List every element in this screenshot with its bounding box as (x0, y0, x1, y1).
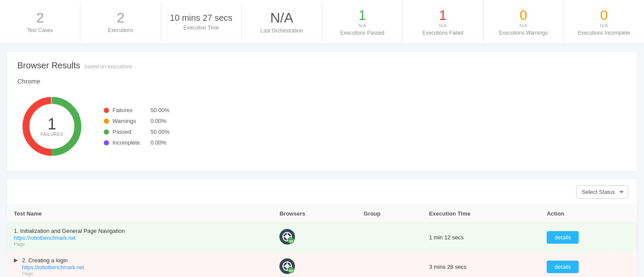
incomplete-dot (104, 140, 109, 145)
test-name-text: 1. Initialization and General Page Navig… (14, 228, 266, 234)
stat-executions-incomplete: 0 N/A Executions Incomplete (564, 0, 644, 44)
test-name-wrapper: 2. Creating a login https://robotbenchma… (22, 257, 84, 276)
browsers-cell: 85 (272, 252, 356, 277)
browser-results-subtitle: based on executions (85, 64, 132, 70)
failures-pct: 50.00% (151, 107, 170, 113)
stat-last-orchestration: N/A Last Orchestration (242, 2, 322, 42)
stat-executions-warnings: 0 N/A Executions Warnings (484, 0, 564, 44)
stat-test-cases: 2 Test Cases (0, 3, 80, 41)
test-name-text: 2. Creating a login (22, 257, 84, 264)
table-row: 1. Initialization and General Page Navig… (7, 222, 637, 252)
warnings-label: Warnings (112, 118, 147, 124)
executions-value: 2 (85, 10, 156, 26)
executions-failed-label: Executions Failed (407, 30, 478, 36)
stat-execution-time: 10 mins 27 secs Execution Time (161, 5, 242, 39)
results-table: Test Name Browsers Group Execution Time … (7, 205, 637, 277)
warnings-pct: 0.00% (151, 118, 167, 124)
test-type: Page (22, 271, 84, 276)
execution-time-value: 10 mins 27 secs (166, 13, 237, 23)
chart-section: 1 FAILURES Failures 50.00% Warnings 0.00… (17, 92, 627, 161)
browser-results-header: Browser Results based on executions (17, 61, 627, 71)
executions-passed-label: Executions Passed (327, 30, 398, 36)
last-orchestration-value: N/A (246, 10, 317, 26)
donut-chart: 1 FAILURES (17, 92, 87, 161)
test-cases-value: 2 (4, 10, 76, 26)
col-group: Group (357, 205, 422, 222)
incomplete-pct: 0.00% (151, 139, 167, 146)
table-toolbar: Select Status Passed Failed (7, 179, 637, 205)
details-button-2[interactable]: details (547, 261, 579, 273)
executions-warnings-sublabel: N/A (488, 23, 559, 28)
executions-label: Executions (85, 27, 156, 33)
table-header: Test Name Browsers Group Execution Time … (7, 205, 637, 222)
execution-time-cell: 1 min 12 secs (422, 222, 540, 252)
failures-dot (104, 108, 109, 113)
test-type: Page (14, 242, 266, 247)
svg-text:85: 85 (289, 239, 293, 243)
legend-item-warnings: Warnings 0.00% (104, 118, 170, 124)
test-url-link[interactable]: https://robotbenchmark.net (14, 235, 266, 241)
executions-incomplete-label: Executions Incomplete (568, 30, 640, 36)
browser-results-title-text: Browser Results (17, 61, 80, 71)
executions-incomplete-value: 0 (568, 8, 640, 23)
passed-dot (104, 129, 109, 135)
svg-text:85: 85 (289, 269, 293, 273)
executions-passed-sublabel: N/A (327, 23, 398, 28)
name-cell-inner: ▶ 2. Creating a login https://robotbench… (14, 257, 266, 276)
action-cell: details (540, 222, 637, 252)
action-cell: details (540, 252, 637, 277)
donut-label: FAILURES (41, 132, 63, 137)
browsers-cell: 85 (272, 222, 356, 252)
execution-time-label: Execution Time (166, 25, 237, 31)
execution-time-cell: 3 mins 28 secs (422, 252, 540, 277)
executions-warnings-value: 0 (488, 8, 559, 23)
select-status-dropdown[interactable]: Select Status Passed Failed (576, 185, 628, 199)
test-name-cell: ▶ 2. Creating a login https://robotbench… (7, 252, 272, 277)
chart-legend: Failures 50.00% Warnings 0.00% Passed 50… (104, 107, 170, 146)
table-body: 1. Initialization and General Page Navig… (7, 222, 637, 277)
stat-executions: 2 Executions (80, 3, 161, 41)
col-action: Action (540, 205, 637, 222)
executions-warnings-label: Executions Warnings (488, 30, 559, 36)
executions-failed-value: 1 (407, 8, 478, 23)
header-row: Test Name Browsers Group Execution Time … (7, 205, 637, 222)
legend-item-failures: Failures 50.00% (104, 107, 170, 113)
stats-bar: 2 Test Cases 2 Executions 10 mins 27 sec… (0, 0, 644, 44)
passed-pct: 50.00% (151, 129, 170, 135)
executions-incomplete-sublabel: N/A (568, 23, 640, 28)
last-orchestration-label: Last Orchestration (246, 28, 317, 34)
chrome-icon: 85 (279, 258, 295, 274)
donut-number: 1 (41, 116, 63, 132)
col-execution-time: Execution Time (422, 205, 540, 222)
browser-results-section: Browser Results based on executions Chro… (7, 52, 637, 171)
browser-name: Chrome (17, 77, 627, 85)
stat-executions-failed: 1 N/A Executions Failed (403, 0, 483, 44)
donut-center: 1 FAILURES (41, 116, 63, 137)
col-test-name: Test Name (7, 205, 272, 222)
passed-label: Passed (112, 129, 147, 135)
group-cell (357, 222, 422, 252)
executions-failed-sublabel: N/A (407, 23, 478, 28)
executions-passed-value: 1 (327, 8, 398, 23)
test-url-link[interactable]: https://robotbenchmark.net (22, 264, 84, 271)
chrome-icon: 85 (279, 229, 295, 245)
incomplete-label: Incomplete (112, 139, 147, 146)
details-button-1[interactable]: details (547, 231, 579, 244)
svg-point-14 (285, 264, 289, 268)
legend-item-passed: Passed 50.00% (104, 129, 170, 135)
legend-item-incomplete: Incomplete 0.00% (104, 139, 170, 146)
test-name-cell: 1. Initialization and General Page Navig… (7, 222, 272, 252)
failures-label: Failures (112, 107, 147, 113)
col-browsers: Browsers (272, 205, 356, 222)
warnings-dot (104, 119, 109, 124)
group-cell (357, 252, 422, 277)
table-row: ▶ 2. Creating a login https://robotbench… (7, 252, 637, 277)
stat-executions-passed: 1 N/A Executions Passed (322, 0, 403, 44)
svg-point-5 (285, 235, 289, 239)
expand-arrow-icon[interactable]: ▶ (14, 257, 18, 263)
test-cases-label: Test Cases (4, 27, 76, 33)
table-section: Select Status Passed Failed Test Name Br… (7, 179, 637, 277)
